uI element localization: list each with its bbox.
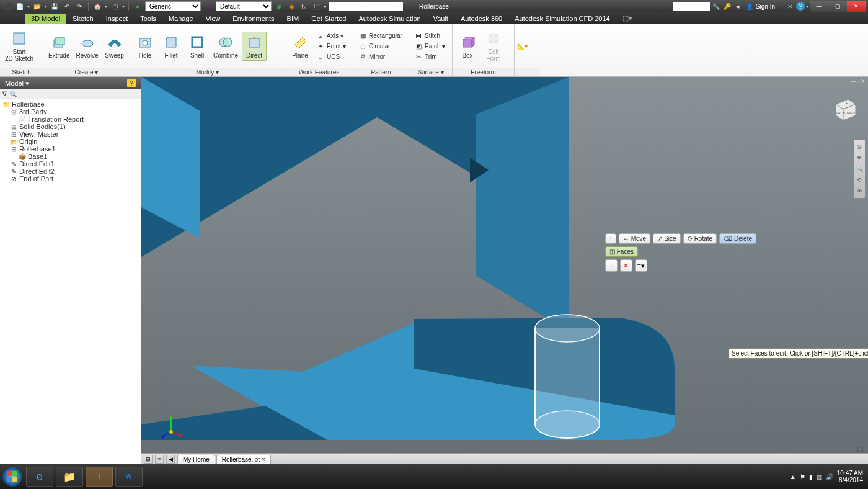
- tab-view[interactable]: View: [200, 14, 227, 24]
- shell-button[interactable]: Shell: [185, 32, 210, 60]
- tab-manage[interactable]: Manage: [162, 14, 200, 24]
- viewport[interactable]: — ▫ ✕: [141, 77, 868, 464]
- tree-item[interactable]: 📦Base1: [1, 153, 140, 160]
- close-button[interactable]: ✕: [847, 1, 866, 12]
- combine-button[interactable]: Combine: [211, 32, 241, 60]
- cancel-button[interactable]: ✕: [620, 259, 632, 272]
- view-cube[interactable]: TOP FRONT RIGHT: [830, 96, 857, 123]
- rotate-button[interactable]: ⟳Rotate: [683, 233, 717, 244]
- fillet-button[interactable]: Fillet: [159, 32, 184, 60]
- home-icon[interactable]: 🏠: [92, 1, 102, 11]
- tab-bim[interactable]: BIM: [281, 14, 306, 24]
- tree-item[interactable]: ⊞Solid Bodies(1): [1, 123, 140, 130]
- tab-sketch[interactable]: Sketch: [66, 14, 100, 24]
- open-icon[interactable]: 📂: [32, 1, 42, 11]
- qa-icon-2[interactable]: ◉: [286, 1, 296, 11]
- axis-button[interactable]: ⊿Axis ▾: [314, 30, 348, 40]
- move-button[interactable]: ↔Move: [619, 233, 650, 244]
- new-icon[interactable]: 📄: [15, 1, 25, 11]
- size-button[interactable]: ⤢Size: [653, 233, 680, 244]
- tree-item[interactable]: ⊞3rd Party: [1, 108, 140, 115]
- start-2d-sketch-button[interactable]: Start 2D Sketch: [2, 29, 36, 63]
- search-icon[interactable]: 🔧: [711, 1, 721, 11]
- tabs-list-icon[interactable]: ≡: [155, 455, 164, 464]
- tray-power-icon[interactable]: ▮: [809, 473, 813, 480]
- sweep-button[interactable]: Sweep: [102, 32, 127, 60]
- zoom-icon[interactable]: 🔍: [855, 164, 864, 173]
- tray-network-icon[interactable]: ▥: [817, 473, 822, 480]
- delete-button[interactable]: ⌫Delete: [719, 233, 756, 244]
- tray-flag-icon[interactable]: ⚑: [800, 473, 805, 480]
- navigation-bar[interactable]: ◎ ✥ 🔍 ⟲ 👁: [853, 139, 866, 199]
- tab-tools[interactable]: Tools: [134, 14, 162, 24]
- tab-autodesk-360[interactable]: Autodesk 360: [454, 14, 508, 24]
- qa-more-icon[interactable]: ⬚: [311, 1, 321, 11]
- signin-label[interactable]: Sign In: [756, 3, 775, 10]
- tab-rollerbase-file[interactable]: Rollerbase.ipt ×: [216, 455, 271, 464]
- start-button[interactable]: [0, 464, 25, 489]
- tabs-back-icon[interactable]: ◀: [166, 455, 175, 464]
- appearance-combo[interactable]: Default: [216, 1, 272, 11]
- look-icon[interactable]: 👁: [855, 187, 864, 195]
- taskbar-word-icon[interactable]: W: [115, 467, 143, 487]
- app-icon[interactable]: ⬛: [2, 1, 12, 11]
- pan-icon[interactable]: ✥: [855, 153, 864, 162]
- point-button[interactable]: ✦Point ▾: [314, 41, 348, 51]
- tab-inspect[interactable]: Inspect: [100, 14, 134, 24]
- tree-item[interactable]: ✎Direct Edit1: [1, 160, 140, 168]
- select-icon[interactable]: ⬚: [110, 1, 120, 11]
- tray-volume-icon[interactable]: 🔊: [826, 473, 833, 480]
- tab-my-home[interactable]: My Home: [177, 455, 215, 464]
- material-icon[interactable]: ●: [133, 1, 143, 11]
- mirror-button[interactable]: ⧉Mirror: [356, 52, 405, 61]
- maximize-button[interactable]: ▢: [828, 1, 847, 12]
- circular-button[interactable]: ◌Circular: [356, 41, 405, 51]
- key-icon[interactable]: 🔑: [722, 1, 732, 11]
- stitch-button[interactable]: ⧓Stitch: [412, 30, 448, 40]
- hole-button[interactable]: Hole: [133, 32, 157, 60]
- help-search-input[interactable]: [673, 2, 710, 11]
- ucs-button[interactable]: ∟UCS: [314, 52, 348, 61]
- tab-3d-model[interactable]: 3D Model: [25, 14, 66, 24]
- tabs-view-icon[interactable]: ⊞: [144, 455, 153, 464]
- titlebar-search-input[interactable]: [329, 2, 403, 11]
- tree-item[interactable]: ✎Direct Edit2: [1, 168, 140, 175]
- ok-button[interactable]: +: [605, 259, 618, 272]
- model-tree[interactable]: 📁Rollerbase⊞3rd Party📄Translation Report…: [0, 99, 141, 464]
- filter-icon[interactable]: ∇: [2, 91, 7, 97]
- tree-item[interactable]: ⊘End of Part: [1, 175, 140, 182]
- taskbar-ie-icon[interactable]: e: [26, 467, 53, 487]
- full-nav-icon[interactable]: ◎: [855, 142, 864, 151]
- extrude-button[interactable]: Extrude: [46, 32, 72, 60]
- user-icon[interactable]: 👤: [745, 1, 755, 11]
- minimize-button[interactable]: —: [810, 1, 828, 12]
- star-icon[interactable]: ★: [733, 1, 743, 11]
- material-combo[interactable]: Generic: [145, 1, 201, 11]
- help-icon[interactable]: ?: [796, 2, 805, 11]
- fx-icon[interactable]: fₓ: [299, 1, 309, 11]
- edit-form-button[interactable]: Edit Form: [481, 29, 506, 63]
- tree-item[interactable]: 📁Rollerbase: [1, 101, 140, 108]
- help-icon[interactable]: ?: [127, 79, 136, 87]
- plane-button[interactable]: Plane: [288, 32, 312, 60]
- save-icon[interactable]: 💾: [50, 1, 60, 11]
- grip-handle[interactable]: ⋮: [605, 233, 616, 244]
- taskbar-clock[interactable]: 10:47 AM 8/4/2014: [837, 470, 863, 483]
- trim-button[interactable]: ✂Trim: [412, 52, 448, 61]
- exchange-icon[interactable]: ✕: [785, 1, 795, 11]
- appearance-icon[interactable]: ●: [203, 1, 213, 11]
- tab-get-started[interactable]: Get Started: [305, 14, 352, 24]
- tree-item[interactable]: 📂Origin: [1, 138, 140, 145]
- undo-icon[interactable]: ↶: [62, 1, 72, 11]
- taskbar-inventor-icon[interactable]: I: [86, 467, 113, 487]
- tray-up-icon[interactable]: ▲: [790, 473, 796, 480]
- tab-overflow-icon[interactable]: ⬚▾: [616, 13, 639, 24]
- tab-autodesk-cfd[interactable]: Autodesk Simulation CFD 2014: [508, 14, 616, 24]
- tab-vault[interactable]: Vault: [427, 14, 454, 24]
- measure-icon[interactable]: 📐▾: [517, 43, 528, 50]
- find-icon[interactable]: 🔍: [9, 91, 17, 97]
- faces-button[interactable]: ◫Faces: [605, 246, 638, 257]
- taskbar-explorer-icon[interactable]: 📁: [56, 467, 83, 487]
- direct-button[interactable]: Direct: [242, 32, 267, 61]
- model-browser-header[interactable]: Model ▾ ?: [0, 77, 141, 89]
